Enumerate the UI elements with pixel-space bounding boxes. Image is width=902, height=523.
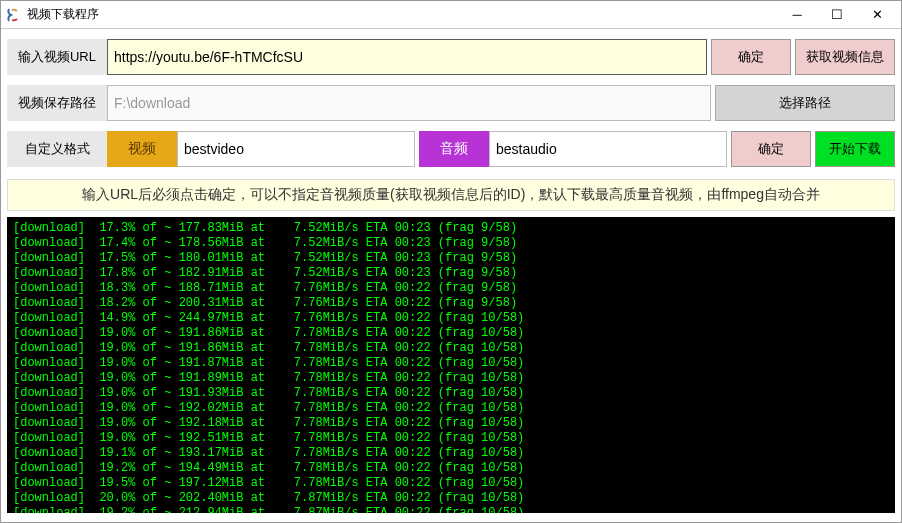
get-video-info-button[interactable]: 获取视频信息: [795, 39, 895, 75]
download-log: [download] 17.3% of ~ 177.83MiB at 7.52M…: [7, 217, 895, 513]
minimize-button[interactable]: ─: [777, 3, 817, 27]
format-confirm-button[interactable]: 确定: [731, 131, 811, 167]
url-label: 输入视频URL: [7, 39, 107, 75]
audio-format-input[interactable]: [489, 131, 727, 167]
tip-text: 输入URL后必须点击确定，可以不指定音视频质量(获取视频信息后的ID)，默认下载…: [7, 179, 895, 211]
maximize-button[interactable]: ☐: [817, 3, 857, 27]
url-row: 输入视频URL 确定 获取视频信息: [7, 39, 895, 75]
url-confirm-button[interactable]: 确定: [711, 39, 791, 75]
start-download-button[interactable]: 开始下载: [815, 131, 895, 167]
audio-format-label: 音频: [419, 131, 489, 167]
save-path-row: 视频保存路径 选择路径: [7, 85, 895, 121]
close-button[interactable]: ✕: [857, 3, 897, 27]
video-format-input[interactable]: [177, 131, 415, 167]
choose-path-button[interactable]: 选择路径: [715, 85, 895, 121]
custom-format-label: 自定义格式: [7, 131, 107, 167]
save-path-input[interactable]: [107, 85, 711, 121]
titlebar: 视频下载程序 ─ ☐ ✕: [1, 1, 901, 29]
app-icon: [5, 7, 21, 23]
window-title: 视频下载程序: [27, 6, 777, 23]
custom-format-row: 自定义格式 视频 音频 确定 开始下载: [7, 131, 895, 167]
video-format-label: 视频: [107, 131, 177, 167]
save-path-label: 视频保存路径: [7, 85, 107, 121]
url-input[interactable]: [107, 39, 707, 75]
